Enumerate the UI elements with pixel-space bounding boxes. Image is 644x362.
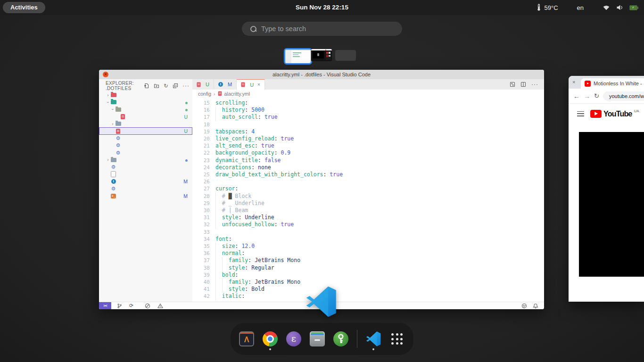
tree-item-tmux-conf[interactable]: ⚙	[99, 185, 192, 192]
tree-item-redshift-conf[interactable]: ⚙	[99, 142, 192, 149]
line-number: 37	[192, 257, 210, 264]
chevron-right-icon: ›	[106, 93, 110, 98]
line-number: 25	[192, 171, 210, 178]
line-number: 18	[192, 121, 210, 128]
status-bell-icon[interactable]	[533, 303, 538, 309]
git-branch-icon[interactable]	[117, 303, 122, 309]
yaml-file-icon	[121, 114, 125, 119]
chevron-right-icon: ›	[110, 122, 115, 126]
terminal-icon: >_	[111, 194, 116, 198]
line-number: 16	[192, 107, 210, 114]
dock-keepass-icon[interactable]	[333, 331, 348, 346]
line-number: 24	[192, 164, 210, 171]
tree-item-gh[interactable]: ›	[99, 106, 192, 113]
status-remote-icon[interactable]: ><	[99, 302, 111, 309]
keyboard-layout-indicator[interactable]: en	[577, 4, 584, 11]
tree-item-config[interactable]: ›	[99, 99, 192, 106]
tab-close-icon[interactable]: ×	[572, 79, 575, 85]
refresh-icon[interactable]: ↻	[164, 83, 168, 89]
status-10[interactable]	[157, 303, 165, 309]
address-bar[interactable]: youtube.com/wa	[603, 91, 644, 101]
feedback-icon[interactable]	[521, 303, 527, 309]
file-tree: ›››U›U⚙⚙⚙›⚙iM⚙>_M	[99, 91, 192, 199]
error-icon[interactable]	[145, 303, 150, 309]
info-icon: i	[218, 82, 223, 87]
tree-item-kitty[interactable]: ›	[99, 120, 192, 127]
chevron-down-icon: ›	[110, 107, 115, 112]
reload-icon[interactable]: ↻	[594, 92, 599, 99]
back-icon[interactable]: ←	[573, 92, 580, 100]
status-0[interactable]	[145, 303, 152, 309]
workspace-thumbnail-2[interactable]	[311, 49, 332, 61]
dock-files-icon[interactable]	[310, 331, 325, 346]
tree-item-README-md[interactable]: iM	[99, 178, 192, 185]
chrome-toolbar: ← → ↻ youtube.com/wa	[569, 89, 644, 104]
close-tab-icon[interactable]: ×	[257, 82, 260, 87]
status-master-rebasing-[interactable]	[117, 303, 124, 309]
editor-tab-alacritty-yml[interactable]: U×	[237, 79, 265, 90]
explorer-sidebar: EXPLORER: .DOTFILES ↻··· ›››U›U⚙⚙⚙›⚙iM⚙>…	[99, 79, 193, 302]
tree-item-vscode[interactable]: ›	[99, 156, 192, 164]
collapse-all-icon[interactable]	[173, 83, 178, 89]
forward-icon[interactable]: →	[584, 92, 590, 100]
status-sync-icon[interactable]: ⟳	[129, 303, 133, 309]
chrome-active-tab[interactable]: Motionless In White -	[581, 78, 644, 89]
line-number: 34	[192, 236, 210, 243]
remote-icon[interactable]: ><	[99, 302, 111, 309]
bell-icon[interactable]	[533, 303, 538, 309]
workspace-thumbnail-active[interactable]	[284, 48, 312, 65]
open-changes-icon[interactable]	[510, 82, 515, 87]
code-editor[interactable]: 15scrolling:16 history: 500017 auto_scro…	[192, 98, 544, 302]
video-player[interactable]	[579, 132, 644, 277]
tree-item-zshrc[interactable]: >_M	[99, 192, 192, 199]
system-tray[interactable]: 59°C en ⚡	[537, 0, 637, 15]
line-number: 22	[192, 149, 210, 156]
warning-icon[interactable]	[157, 303, 163, 309]
new-folder-icon[interactable]	[154, 83, 159, 89]
line-number: 39	[192, 272, 210, 279]
dirty-badge: U	[250, 82, 254, 88]
vscode-title-bar[interactable]: × alacritty.yml - .dotfiles - Visual Stu…	[99, 70, 544, 80]
dirty-badge: M	[228, 82, 232, 87]
split-editor-icon[interactable]	[520, 82, 526, 87]
yaml-file-icon	[116, 129, 120, 134]
tree-item-starship-toml[interactable]: ⚙	[99, 149, 192, 156]
dock-app-grid-icon[interactable]	[389, 331, 405, 346]
dock-chrome-icon[interactable]	[263, 331, 278, 346]
breadcrumb-folder[interactable]: config	[198, 91, 211, 97]
editor-tab-config-yml[interactable]: U	[192, 79, 214, 90]
dock-vscode-icon[interactable]	[366, 331, 381, 346]
tree-item-config-yml[interactable]: U	[99, 113, 192, 120]
more-icon[interactable]: ···	[182, 82, 190, 89]
chevron-right-icon: ›	[106, 157, 110, 162]
youtube-page: YouTube UA Motionless In White - Anot 21…	[569, 104, 644, 302]
new-file-icon[interactable]	[144, 83, 149, 89]
tree-item-gitconfig[interactable]: ⚙	[99, 164, 192, 171]
folder-icon	[116, 107, 121, 112]
window-title: alacritty.yml - .dotfiles - Visual Studi…	[99, 70, 544, 79]
dock-emacs-icon[interactable]: ε	[286, 331, 301, 346]
tree-item-bin[interactable]: ›	[99, 91, 192, 99]
tree-item-rcrc[interactable]	[99, 171, 192, 178]
status-feedback-icon[interactable]	[521, 303, 527, 309]
line-number: 38	[192, 264, 210, 272]
youtube-logo[interactable]: YouTube UA	[590, 110, 639, 118]
editor-tab-README-md[interactable]: iM	[214, 79, 237, 90]
git-status-badge: U	[184, 128, 188, 134]
workspace-thumbnail-empty[interactable]	[335, 50, 356, 61]
line-number: 42	[192, 293, 210, 300]
editor-tab-bar: UiMU×···	[192, 79, 544, 90]
search-input[interactable]: Type to search	[242, 22, 402, 36]
breadcrumb[interactable]: config › alacritty.yml	[192, 90, 544, 98]
chrome-tab-title: Motionless In White -	[594, 81, 642, 86]
more-icon[interactable]: ···	[531, 81, 538, 88]
breadcrumb-file[interactable]: alacritty.yml	[224, 91, 250, 97]
tree-item-alacritty-yml[interactable]: U	[99, 127, 192, 134]
dock-alacritty-icon[interactable]: Λ	[239, 331, 254, 346]
menu-icon[interactable]	[577, 111, 584, 116]
tree-item-picom-conf[interactable]: ⚙	[99, 135, 192, 142]
sync-icon[interactable]: ⟳	[129, 303, 133, 309]
folder-icon	[116, 122, 121, 126]
search-icon	[250, 26, 256, 32]
folder-icon	[111, 158, 116, 162]
